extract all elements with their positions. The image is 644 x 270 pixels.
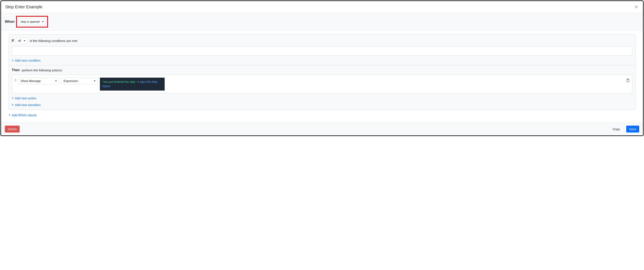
expression-operator: + [138,80,139,83]
add-transition-label: Add new transition [15,103,40,107]
if-section: If all of the following conditions are m… [9,35,635,65]
conditions-container[interactable] [12,46,632,55]
if-row: If all of the following conditions are m… [12,38,632,44]
then-label: Then [12,68,20,72]
action-type-dropdown[interactable]: Show Message [18,78,59,84]
footer-right-group: Copy Save [610,126,639,133]
plus-icon: + [12,58,14,62]
then-section: Then perform the following actions: ⠿ Sh… [9,65,635,110]
action-type-label: Show Message [21,79,41,83]
modal-footer: Delete Copy Save [1,123,643,135]
expression-string: 'You just entered the step ' [102,80,137,83]
when-bar: When step is opened [1,13,643,31]
action-row: ⠿ Show Message Expression 'You just ente… [12,75,632,93]
plus-icon: + [8,113,10,117]
plus-icon: + [12,96,14,100]
trigger-dropdown-label: step is opened [20,20,40,23]
action-mode-label: Expression [64,79,78,83]
add-clause-label: Add if/then clause [12,113,36,117]
then-row: Then perform the following actions: [12,68,632,72]
highlight-annotation: step is opened [16,16,48,27]
close-button[interactable] [634,4,639,9]
chevron-down-icon [42,21,44,22]
trigger-dropdown[interactable]: step is opened [18,18,46,25]
add-transition-link[interactable]: + Add new transition [12,103,41,107]
modal-title: Step Enter Example [5,4,42,9]
add-condition-link[interactable]: + Add new condition [12,58,40,62]
modal-body: If all of the following conditions are m… [1,31,643,123]
add-clause-link[interactable]: + Add if/then clause [8,113,37,117]
modal-dialog: Step Enter Example When step is opened I… [0,0,644,136]
drag-handle-icon[interactable]: ⠿ [14,78,16,82]
delete-action-button[interactable] [626,78,630,83]
chevron-down-icon [55,81,57,82]
action-mode-dropdown[interactable]: Expression [61,78,98,84]
when-label: When [5,20,14,24]
copy-button[interactable]: Copy [610,126,623,133]
close-icon [635,5,638,8]
expression-editor[interactable]: 'You just entered the step ' + App Info.… [100,78,165,91]
add-action-link[interactable]: + Add new action [12,96,36,100]
save-button[interactable]: Save [626,126,639,133]
if-label: If [12,39,14,43]
add-condition-label: Add new condition [15,59,40,62]
modal-header: Step Enter Example [1,1,643,13]
quantifier-dropdown[interactable]: all [16,38,28,44]
delete-button[interactable]: Delete [5,126,20,133]
if-suffix: of the following conditions are met: [30,39,78,43]
add-action-label: Add new action [15,96,36,100]
plus-icon: + [12,103,14,107]
if-then-clause: If all of the following conditions are m… [8,34,636,110]
trash-icon [626,78,630,82]
chevron-down-icon [94,81,96,82]
chevron-down-icon [24,40,25,41]
quantifier-dropdown-label: all [18,39,21,42]
then-suffix: perform the following actions: [22,68,62,72]
